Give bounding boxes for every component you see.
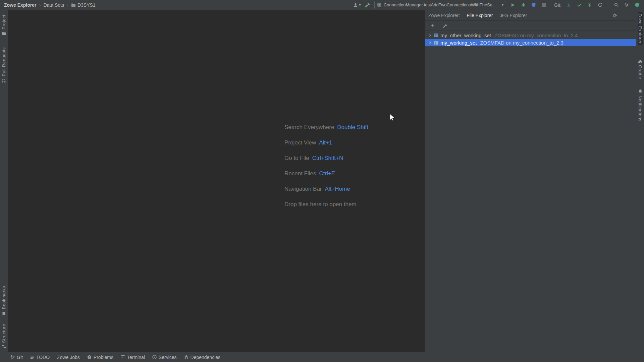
debug-button[interactable] [520,1,527,9]
tab-jes-explorer[interactable]: JES Explorer [500,13,527,18]
working-set-name: my_working_set [440,40,477,46]
structure-tab-label: Structure [1,324,6,343]
coverage-shield-icon [531,2,536,7]
statusbar-label: TODO [36,355,50,360]
stop-icon [542,3,546,7]
tool-window-toolbar: + [425,21,636,31]
sidebar-item-pull-requests[interactable]: Pull Requests [1,46,6,84]
statusbar-item-problems[interactable]: Problems [87,355,113,360]
statusbar-label: Dependencies [191,355,221,360]
commit-button[interactable] [576,1,583,9]
gradle-tab-label: Gradle [638,65,643,79]
left-tool-stripe: Project Pull Requests Bookmarks Structur [0,10,8,352]
problems-icon [87,355,92,359]
play-icon [511,3,515,7]
history-button[interactable] [596,1,604,9]
chevron-right-icon[interactable]: › [428,40,432,45]
run-button[interactable] [509,1,517,9]
user-icon [353,2,358,8]
working-set-detail: ZOSMFAD on my_connection_to_2.3 [480,40,563,46]
statusbar-item-git[interactable]: Git [11,355,23,360]
statusbar-item-services[interactable]: Services [152,355,177,360]
gear-icon [612,13,617,18]
working-set-icon [434,33,438,38]
status-bar: Git TODO Zowe Jobs Problems Terminal [0,352,644,362]
shortcut-keys: Alt+1 [319,139,332,146]
gradle-icon [638,60,642,63]
add-working-set-button[interactable]: + [429,22,436,29]
zowe-explorer-tool-window: Zowe Explorer: File Explorer JES Explore… [425,10,636,352]
statusbar-item-dependencies[interactable]: Dependencies [184,355,221,360]
chevron-down-icon: ▾ [502,3,504,7]
shortcut-label: Go to File [284,155,309,161]
git-push-icon [587,3,592,7]
statusbar-item-todo[interactable]: TODO [30,355,50,360]
services-icon [152,355,157,359]
sidebar-item-notifications[interactable]: Notifications [638,88,643,123]
right-tool-stripe: Zowe Explorer Gradle Notifications [636,10,644,352]
statusbar-item-zowe-jobs[interactable]: Zowe Jobs [57,355,80,360]
working-set-icon [434,41,438,45]
chevron-down-icon: ▾ [359,3,361,7]
git-widget-label: Git: [554,2,561,8]
tree-item-my-other-working-set[interactable]: › my_other_working_set ZOSMFAD on my_con… [425,32,636,39]
user-menu-button[interactable]: ▾ [353,1,361,9]
shortcut-label: Navigation Bar [284,186,322,192]
layers-icon [184,355,189,359]
hammer-icon [365,2,370,8]
sidebar-item-structure[interactable]: Structure [1,322,6,350]
working-set-detail: ZOSMFAD on my_connection_to_2.4 [494,33,578,38]
settings-button[interactable] [623,1,630,9]
push-button[interactable] [586,1,593,9]
minimize-button[interactable]: — [625,12,633,19]
breadcrumb-zowe-explorer[interactable]: Zowe Explorer [4,2,36,8]
status-indicator-icon[interactable] [633,1,641,9]
chevron-right-icon[interactable]: › [428,32,432,38]
statusbar-item-terminal[interactable]: Terminal [121,355,145,360]
breadcrumb-folder-label: D3SYS1 [77,2,96,8]
tool-window-settings-button[interactable] [611,12,619,19]
run-configuration-select[interactable]: ConnectionManager.testAddTwoConnectionsW… [374,1,506,9]
bug-icon [521,2,526,7]
build-project-button[interactable] [364,1,371,9]
sidebar-item-bookmarks[interactable]: Bookmarks [1,285,6,317]
working-set-name: my_other_working_set [440,33,491,38]
sidebar-item-gradle[interactable]: Gradle [638,58,643,80]
shortcut-keys: Ctrl+E [319,170,335,177]
notifications-tab-label: Notifications [638,96,643,121]
shortcut-project-view: Project ViewAlt+1 [284,139,368,146]
search-everywhere-button[interactable] [612,1,620,9]
bell-icon [638,89,642,94]
tool-window-title: Zowe Explorer: [428,13,460,18]
edit-settings-button[interactable] [441,22,448,29]
main-toolbar: Zowe Explorer › Data Sets › D3SYS1 ▾ [0,0,644,10]
gear-icon [624,2,629,7]
folder-icon [71,3,76,7]
tab-file-explorer[interactable]: File Explorer [467,13,493,18]
breadcrumb-data-sets[interactable]: Data Sets [43,2,64,8]
sidebar-item-zowe-explorer[interactable]: Zowe Explorer [638,12,643,45]
zowe-explorer-tab-label: Zowe Explorer [638,13,643,44]
update-project-button[interactable] [565,1,573,9]
todo-list-icon [30,355,34,359]
run-config-icon [377,3,381,7]
minimize-icon: — [627,13,631,18]
bookmark-icon [2,311,6,316]
shortcut-go-to-file: Go to FileCtrl+Shift+N [284,155,368,162]
tree-item-my-working-set[interactable]: › my_working_set ZOSMFAD on my_connectio… [425,39,636,46]
ide-window: Zowe Explorer › Data Sets › D3SYS1 ▾ [0,0,644,362]
git-pull-icon [567,3,571,7]
workspace: Project Pull Requests Bookmarks Structur [0,10,644,352]
run-configuration-label: ConnectionManager.testAddTwoConnectionsW… [384,2,499,7]
breadcrumb: Zowe Explorer › Data Sets › D3SYS1 [4,2,96,8]
pull-requests-tab-label: Pull Requests [1,47,6,76]
shortcut-keys: Double Shift [337,124,368,130]
structure-icon [2,345,6,349]
breadcrumb-d3sys1[interactable]: D3SYS1 [71,2,96,8]
run-with-coverage-button[interactable] [530,1,537,9]
statusbar-label: Problems [94,355,113,360]
stop-button[interactable] [540,1,548,9]
sidebar-item-project[interactable]: Project [1,13,6,37]
shortcut-search-everywhere: Search EverywhereDouble Shift [284,124,368,131]
pull-request-icon [2,78,6,83]
